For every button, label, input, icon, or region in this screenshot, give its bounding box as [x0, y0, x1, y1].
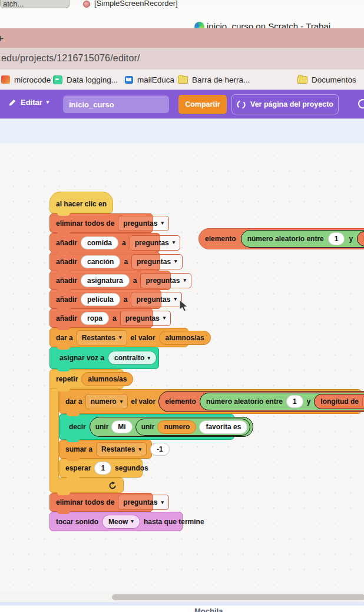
data-logging-icon [53, 75, 62, 84]
screen-recorder-title: [SimpleScreenRecorder] [94, 0, 178, 8]
block-add-to-list[interactable]: añadir comida a preguntas▾ [49, 233, 160, 252]
dropdown-caret-icon: ▾ [138, 447, 141, 452]
dropdown-caret-icon: ▾ [120, 399, 123, 404]
list-dropdown[interactable]: preguntas▾ [118, 495, 169, 510]
mail-icon [125, 76, 133, 84]
pencil-icon [8, 98, 16, 107]
text-input[interactable]: asignatura [81, 274, 130, 287]
variable-dropdown[interactable]: numero▾ [85, 394, 128, 409]
bookmark-toolbar-folder[interactable]: Barra de herra... [178, 74, 250, 85]
microcode-icon [1, 75, 10, 84]
backpack-panel[interactable]: Mochila [0, 606, 364, 612]
backpack-label: Mochila [194, 607, 223, 612]
edit-menu[interactable]: Editar ▾ [8, 98, 49, 107]
blocks-workspace[interactable]: al hacer clic en eliminar todos de pregu… [0, 143, 364, 595]
number-input[interactable]: -1 [150, 443, 170, 456]
mouse-cursor [178, 300, 190, 312]
block-add-to-list[interactable]: añadir asignatura a preguntas▾ [49, 271, 171, 290]
dropdown-caret-icon: ▾ [119, 335, 122, 340]
list-dropdown[interactable]: preguntas▾ [131, 254, 183, 269]
project-name-input[interactable] [63, 96, 169, 113]
editor-toolbar-strip [0, 119, 364, 143]
loop-arrow-icon [108, 481, 117, 490]
number-input[interactable]: 1 [94, 462, 111, 475]
browser-tab-strip: + [0, 28, 364, 48]
text-input[interactable]: comida [81, 236, 118, 249]
variable-dropdown[interactable]: Restantes▾ [77, 330, 127, 346]
block-delete-all-of-list[interactable]: eliminar todos de preguntas ▾ [49, 213, 153, 233]
number-input[interactable]: 1 [286, 395, 303, 408]
window-titlebar: atch... [SimpleScreenRecorder] [0, 0, 364, 8]
block-set-variable[interactable]: dar a numero▾ el valor elemento número a… [59, 389, 362, 414]
dropdown-caret-icon: ▾ [173, 240, 176, 245]
dropdown-caret-icon: ▾ [161, 221, 164, 226]
url-text: edu/projects/1216715076/editor/ [1, 53, 140, 64]
screen-recorder-icon [83, 1, 90, 8]
random-number-reporter[interactable]: número aleatorio entre 1 y longitud de [241, 230, 364, 248]
block-speak[interactable]: decir unir Mi unir numero favorita es [59, 414, 234, 440]
folder-icon [178, 76, 188, 84]
length-of-list-reporter[interactable]: longitud de [357, 231, 364, 246]
bookmark-data-logging[interactable]: Data logging... [53, 74, 118, 85]
list-dropdown[interactable]: preguntas ▾ [118, 216, 169, 231]
variable-reporter[interactable]: alumnos/as [81, 372, 133, 386]
list-dropdown[interactable]: preguntas▾ [130, 235, 181, 251]
block-wait[interactable]: esperar 1 segundos [59, 459, 143, 478]
text-input[interactable]: favorita es [199, 420, 247, 434]
block-repeat-top[interactable]: repetir alumnos/as [49, 369, 124, 389]
dropdown-caret-icon: ▾ [161, 500, 164, 505]
random-number-reporter[interactable]: número aleatorio entre 1 y longitud de p… [200, 393, 364, 410]
dropdown-caret-icon: ▾ [131, 519, 134, 524]
variable-reporter[interactable]: numero [157, 420, 196, 434]
floating-item-of-list-reporter[interactable]: elemento número aleatorio entre 1 y long… [198, 228, 364, 249]
join-reporter[interactable]: unir Mi unir numero favorita es [90, 417, 254, 437]
dropdown-caret-icon: ▾ [174, 297, 177, 302]
dropdown-caret-icon: ▾ [163, 315, 166, 321]
new-tab-button[interactable]: + [0, 32, 4, 45]
bookmark-maileduca[interactable]: mailEduca [125, 74, 174, 85]
item-of-list-reporter[interactable]: elemento número aleatorio entre 1 y long… [158, 391, 364, 412]
bookmark-microcode[interactable]: microcode [12, 74, 51, 85]
dropdown-caret-icon: ▾ [174, 259, 177, 264]
dropdown-caret-icon: ▾ [183, 278, 186, 283]
text-input[interactable]: película [81, 293, 120, 306]
scratch-header: Editar ▾ Compartir Ver página del proyec… [0, 90, 364, 119]
length-of-list-reporter[interactable]: longitud de preguntas▾ [314, 394, 364, 409]
text-input[interactable]: ropa [81, 312, 109, 325]
bookmarks-bar: microcode Data logging... mailEduca Barr… [0, 70, 364, 90]
list-dropdown[interactable]: preguntas▾ [131, 292, 182, 307]
number-input[interactable]: 1 [328, 232, 345, 245]
address-bar[interactable]: edu/projects/1216715076/editor/ [0, 48, 364, 70]
folder-icon [297, 76, 307, 84]
text-input[interactable]: Mi [111, 420, 132, 433]
join-reporter[interactable]: unir numero favorita es [135, 419, 251, 436]
text-input[interactable]: canción [81, 255, 120, 268]
share-button[interactable]: Compartir [178, 95, 227, 114]
sound-dropdown[interactable]: Meow▾ [102, 515, 140, 529]
window-tab[interactable]: atch... [0, 0, 70, 8]
view-project-page-button[interactable]: Ver página del proyecto [231, 94, 339, 114]
block-repeat-bottom[interactable] [49, 478, 124, 493]
header-right-icon[interactable] [358, 99, 364, 108]
voice-dropdown[interactable]: contralto▾ [108, 351, 157, 365]
bookmark-documentos[interactable]: Documentos [297, 74, 356, 85]
block-when-flag-clicked[interactable]: al hacer clic en [49, 192, 113, 213]
block-delete-all-of-list[interactable]: eliminar todos de preguntas▾ [49, 493, 153, 512]
block-set-variable[interactable]: dar a Restantes▾ el valor alumnos/as [49, 328, 188, 347]
block-set-voice[interactable]: asignar voz a contralto▾ [49, 347, 159, 369]
horizontal-scrollbar-thumb[interactable] [112, 594, 364, 600]
browser-titlebar: inicio_curso on Scratch - Trabaj [0, 8, 364, 28]
variable-reporter[interactable]: alumnos/as [159, 331, 211, 345]
block-play-sound-until-done[interactable]: tocar sonido Meow▾ hasta que termine [49, 512, 183, 531]
dropdown-caret-icon: ▾ [147, 356, 150, 361]
variable-dropdown[interactable]: Restantes▾ [96, 442, 147, 456]
chevron-down-icon: ▾ [47, 100, 49, 105]
block-repeat-spine[interactable] [49, 389, 59, 478]
list-dropdown[interactable]: preguntas▾ [120, 311, 171, 326]
block-change-variable[interactable]: sumar a Restantes▾ -1 [59, 440, 152, 459]
list-dropdown[interactable]: preguntas▾ [140, 273, 191, 288]
project-page-icon [237, 100, 246, 109]
